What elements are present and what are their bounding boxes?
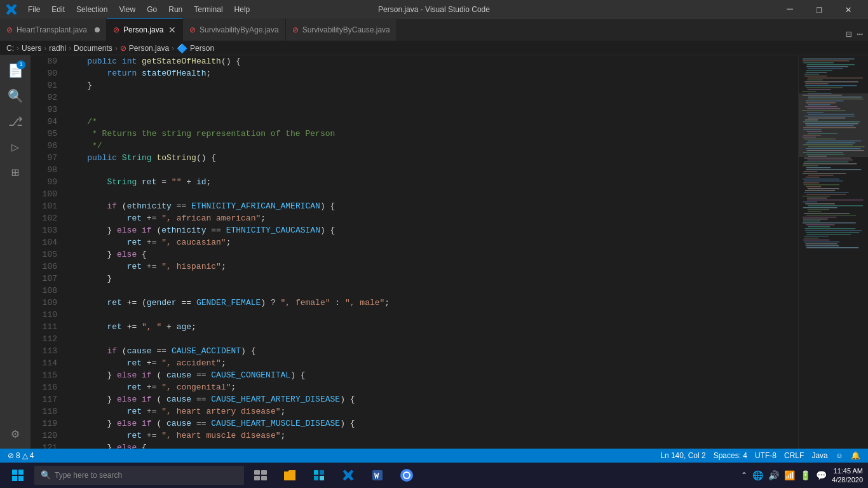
menu-go[interactable]: Go xyxy=(142,4,162,15)
taskbar-vscode[interactable] xyxy=(336,463,361,488)
statusbar-errors[interactable]: ⊘ 8 △ 4 xyxy=(5,451,36,460)
vscode-taskbar-icon xyxy=(342,469,355,482)
code-content[interactable]: public int getStateOfHealth() { return s… xyxy=(62,55,798,449)
notification-icon[interactable]: 💬 xyxy=(816,470,827,480)
more-actions-icon[interactable]: ⋯ xyxy=(857,28,863,41)
activity-source-control[interactable]: ⎇ xyxy=(5,111,25,132)
code-line: ret += (gender == GENDER_FEMALE) ? ", fe… xyxy=(67,297,798,309)
line-number: 108 xyxy=(31,285,57,297)
statusbar-feedback[interactable]: ☺ xyxy=(833,451,846,460)
statusbar-spaces[interactable]: Spaces: 4 xyxy=(711,451,750,460)
minimap xyxy=(798,55,868,449)
titlebar-title: Person.java - Visual Studio Code xyxy=(378,5,490,14)
line-number: 92 xyxy=(31,92,57,104)
code-area[interactable]: 8990919293949596979899100101102103104105… xyxy=(31,55,798,449)
code-line: } else if ( cause == CAUSE_HEART_MUSCLE_… xyxy=(67,417,798,430)
taskbar-file-explorer[interactable] xyxy=(277,463,302,488)
taskbar-store[interactable] xyxy=(306,463,332,488)
menu-selection[interactable]: Selection xyxy=(71,4,112,15)
menu-help[interactable]: Help xyxy=(229,4,255,15)
line-number: 120 xyxy=(31,430,57,442)
statusbar-position[interactable]: Ln 140, Col 2 xyxy=(658,451,708,460)
code-line xyxy=(67,104,798,116)
close-button[interactable]: ✕ xyxy=(834,0,863,19)
tabbar: ⊘ HeartTransplant.java ⊘ Person.java ✕ ⊘… xyxy=(0,19,868,41)
line-number: 118 xyxy=(31,405,57,417)
menu-file[interactable]: File xyxy=(23,4,45,15)
breadcrumb-users[interactable]: Users xyxy=(22,44,41,53)
code-line xyxy=(67,188,798,200)
activity-run[interactable]: ▷ xyxy=(5,137,25,157)
code-line: * Returns the string representation of t… xyxy=(67,128,798,140)
line-number: 117 xyxy=(31,393,57,405)
search-input[interactable] xyxy=(55,471,238,480)
activity-search[interactable]: 🔍 xyxy=(5,86,25,106)
taskbar-task-view[interactable] xyxy=(248,463,273,488)
tab-close-button[interactable]: ✕ xyxy=(168,25,176,35)
code-line: if (cause == CAUSE_ACCIDENT) { xyxy=(67,345,798,357)
activity-extensions[interactable]: ⊞ xyxy=(5,162,25,182)
tab-label: Person.java xyxy=(123,25,163,34)
tab-survivabilitybyage[interactable]: ⊘ SurvivabilityByAge.java xyxy=(183,18,286,41)
statusbar-language[interactable]: Java xyxy=(809,451,830,460)
warning-count: 4 xyxy=(30,451,34,460)
statusbar-eol[interactable]: CRLF xyxy=(782,451,806,460)
taskbar-chrome[interactable] xyxy=(394,463,419,488)
code-line xyxy=(67,333,798,345)
breadcrumb-class[interactable]: Person xyxy=(190,44,214,53)
start-button[interactable] xyxy=(5,463,31,488)
taskbar-word[interactable]: W xyxy=(365,463,390,488)
search-bar[interactable]: 🔍 xyxy=(34,466,244,485)
tab-error-icon: ⊘ xyxy=(6,25,13,34)
statusbar-encoding[interactable]: UTF-8 xyxy=(752,451,779,460)
titlebar-controls: ─ ❐ ✕ xyxy=(775,0,863,19)
code-line: ret += ", hispanic"; xyxy=(67,261,798,273)
speaker-icon[interactable]: 🔊 xyxy=(768,470,779,480)
tab-survivabilitybycause[interactable]: ⊘ SurvivabilityByCause.java xyxy=(286,18,397,41)
code-line: */ xyxy=(67,140,798,152)
up-arrow-icon[interactable]: ⌃ xyxy=(741,471,747,480)
svg-rect-5 xyxy=(261,470,267,475)
wifi-icon[interactable]: 📶 xyxy=(784,470,795,480)
store-icon xyxy=(313,469,325,482)
breadcrumb-file[interactable]: Person.java xyxy=(129,44,169,53)
code-line: } else if ( cause == CAUSE_HEART_ARTERY_… xyxy=(67,393,798,405)
taskbar-right: ⌃ 🌐 🔊 📶 🔋 💬 11:45 AM 4/28/2020 xyxy=(741,466,863,485)
code-line: } else { xyxy=(67,248,798,261)
chrome-icon xyxy=(400,468,414,482)
activity-explorer[interactable]: 📄 1 xyxy=(5,60,25,81)
line-number: 100 xyxy=(31,188,57,200)
svg-rect-0 xyxy=(12,470,17,475)
code-line: return stateOfHealth; xyxy=(67,67,798,79)
split-editor-icon[interactable]: ⊟ xyxy=(846,28,852,41)
minimize-button[interactable]: ─ xyxy=(775,0,804,19)
breadcrumb-radhi[interactable]: radhi xyxy=(49,44,66,53)
tab-error-icon: ⊘ xyxy=(113,25,119,34)
statusbar-right: Ln 140, Col 2 Spaces: 4 UTF-8 CRLF Java … xyxy=(658,451,863,460)
tab-hearttransplant[interactable]: ⊘ HeartTransplant.java xyxy=(0,18,107,41)
clock[interactable]: 11:45 AM 4/28/2020 xyxy=(832,466,863,485)
line-number: 101 xyxy=(31,200,57,212)
activitybar: 📄 1 🔍 ⎇ ▷ ⊞ ⚙ xyxy=(0,55,31,449)
menu-edit[interactable]: Edit xyxy=(46,4,70,15)
menu-terminal[interactable]: Terminal xyxy=(189,4,227,15)
titlebar: File Edit Selection View Go Run Terminal… xyxy=(0,0,868,19)
code-line: } else if (ethnicity == ETHNICITY_CAUCAS… xyxy=(67,224,798,236)
run-icon: ▷ xyxy=(11,139,19,155)
svg-rect-9 xyxy=(320,470,324,475)
line-number: 91 xyxy=(31,79,57,92)
tab-person[interactable]: ⊘ Person.java ✕ xyxy=(107,18,183,41)
language-text: Java xyxy=(811,451,827,460)
tab-label: SurvivabilityByCause.java xyxy=(302,25,390,34)
menu-view[interactable]: View xyxy=(114,4,140,15)
statusbar-notifications[interactable]: 🔔 xyxy=(848,451,863,460)
network-icon[interactable]: 🌐 xyxy=(752,470,763,480)
code-line xyxy=(67,309,798,321)
maximize-button[interactable]: ❐ xyxy=(804,0,834,19)
breadcrumb-documents[interactable]: Documents xyxy=(74,44,112,53)
breadcrumb-c[interactable]: C: xyxy=(6,44,14,53)
activity-settings[interactable]: ⚙ xyxy=(5,423,25,444)
battery-icon[interactable]: 🔋 xyxy=(800,470,811,480)
menu-run[interactable]: Run xyxy=(163,4,187,15)
line-number: 115 xyxy=(31,369,57,381)
